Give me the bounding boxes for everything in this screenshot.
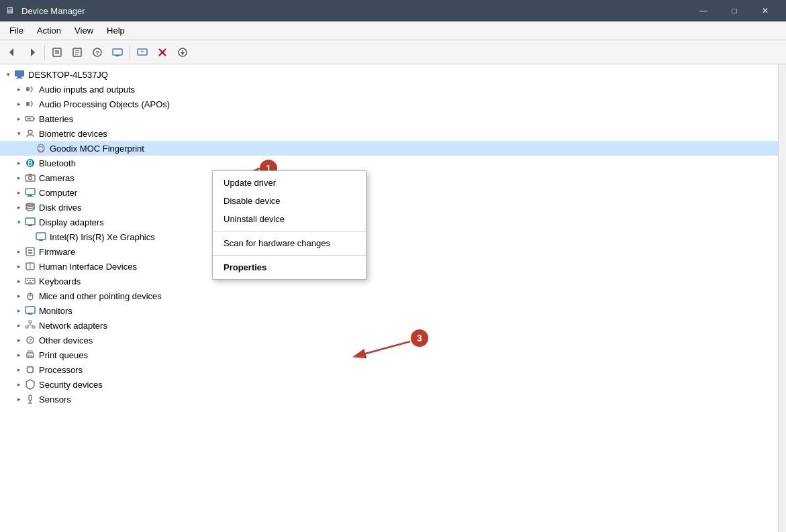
cameras-expander[interactable] [13, 172, 24, 183]
forward-button[interactable] [23, 43, 42, 62]
svg-marker-1 [31, 48, 35, 56]
menu-file[interactable]: File [3, 23, 30, 38]
svg-rect-21 [17, 76, 21, 78]
apo-icon [24, 99, 36, 109]
svg-rect-24 [26, 102, 30, 106]
svg-rect-44 [39, 240, 43, 241]
title-bar: 🖥 Device Manager — □ ✕ [0, 0, 786, 21]
intel-expander [24, 231, 35, 242]
back-button[interactable] [3, 43, 21, 62]
context-properties[interactable]: Properties [213, 258, 366, 276]
disk-label: Disk drives [39, 203, 82, 213]
tree-root[interactable]: DESKTOP-4L537JQ [0, 67, 778, 82]
tree-goodix[interactable]: Goodix MOC Fingerprint [0, 141, 778, 156]
context-uninstall-device[interactable]: Uninstall device [213, 210, 366, 228]
print-expander[interactable] [13, 350, 24, 360]
tree-network[interactable]: Network adapters [0, 318, 778, 333]
context-scan-hardware[interactable]: Scan for hardware changes [213, 234, 366, 252]
batteries-expander[interactable] [13, 113, 24, 124]
update-driver-button[interactable] [68, 43, 87, 62]
tree-sensors[interactable]: Sensors [0, 392, 778, 407]
tree-apo[interactable]: Audio Processing Objects (APOs) [0, 97, 778, 111]
hid-icon [24, 261, 36, 272]
menu-view[interactable]: View [68, 23, 100, 38]
add-button[interactable]: + [133, 43, 152, 62]
tree-diskdrives[interactable]: Disk drives [0, 200, 778, 215]
audio-icon [24, 84, 36, 95]
tree-processors[interactable]: Processors [0, 362, 778, 377]
download-button[interactable] [173, 43, 192, 62]
tree-computer[interactable]: Computer [0, 185, 778, 200]
tree-mice[interactable]: Mice and other pointing devices [0, 288, 778, 303]
display-icon [24, 217, 36, 227]
other-expander[interactable] [13, 335, 24, 345]
biometric-expander[interactable] [13, 128, 24, 139]
hid-label: Human Interface Devices [39, 262, 137, 272]
hid-expander[interactable] [13, 261, 24, 272]
tree-monitors[interactable]: Monitors [0, 303, 778, 318]
monitor-icon [24, 305, 36, 316]
help-button[interactable]: ? [88, 43, 107, 62]
svg-rect-42 [28, 225, 32, 226]
tree-bluetooth[interactable]: B Bluetooth [0, 156, 778, 170]
context-disable-device[interactable]: Disable device [213, 192, 366, 210]
display-expander[interactable] [13, 217, 24, 227]
toolbar-sep-2 [130, 45, 130, 60]
bluetooth-expander[interactable] [13, 158, 24, 168]
scrollbar[interactable] [778, 64, 786, 532]
tree-biometric[interactable]: Biometric devices [0, 126, 778, 141]
firmware-expander[interactable] [13, 246, 24, 257]
context-update-driver[interactable]: Update driver [213, 174, 366, 192]
svg-marker-19 [181, 52, 185, 55]
tree-other[interactable]: ? Other devices [0, 333, 778, 348]
apo-expander[interactable] [13, 99, 24, 109]
sensors-label: Sensors [39, 394, 71, 405]
menu-action[interactable]: Action [30, 23, 68, 38]
tree-cameras[interactable]: Cameras [0, 170, 778, 185]
monitors-label: Monitors [39, 306, 72, 316]
svg-text:?: ? [95, 50, 99, 56]
tree-batteries[interactable]: Batteries [0, 111, 778, 126]
svg-rect-43 [36, 233, 46, 240]
svg-line-64 [27, 325, 30, 326]
root-expander[interactable] [3, 69, 13, 80]
svg-rect-27 [27, 118, 31, 119]
sensors-expander[interactable] [13, 394, 24, 405]
svg-rect-41 [26, 218, 35, 225]
properties-button[interactable] [48, 43, 66, 62]
computer-expander[interactable] [13, 187, 24, 198]
svg-rect-59 [28, 313, 32, 315]
svg-rect-69 [28, 351, 32, 353]
tree-display[interactable]: Display adapters [0, 215, 778, 229]
close-button[interactable]: ✕ [750, 0, 781, 21]
tree-security[interactable]: Security devices [0, 377, 778, 392]
disk-expander[interactable] [13, 202, 24, 213]
security-expander[interactable] [13, 379, 24, 390]
tree-firmware[interactable]: Firmware [0, 244, 778, 259]
tree-panel[interactable]: DESKTOP-4L537JQ Audio inputs and outputs… [0, 64, 778, 532]
context-menu: Update driver Disable device Uninstall d… [212, 170, 366, 280]
remove-button[interactable] [153, 43, 172, 62]
minimize-button[interactable]: — [688, 0, 719, 21]
tree-keyboards[interactable]: Keyboards [0, 274, 778, 288]
cameras-label: Cameras [39, 173, 75, 183]
bluetooth-label: Bluetooth [39, 158, 76, 168]
processors-expander[interactable] [13, 364, 24, 375]
sensors-icon [24, 394, 36, 405]
monitors-expander[interactable] [13, 305, 24, 316]
tree-hid[interactable]: Human Interface Devices [0, 259, 778, 274]
svg-rect-80 [29, 395, 32, 401]
tree-print[interactable]: Print queues [0, 348, 778, 362]
mice-expander[interactable] [13, 290, 24, 301]
keyboards-expander[interactable] [13, 276, 24, 286]
maximize-button[interactable]: □ [719, 0, 750, 21]
audio-expander[interactable] [13, 84, 24, 95]
tree-audio[interactable]: Audio inputs and outputs [0, 82, 778, 97]
svg-rect-20 [15, 70, 24, 76]
other-label: Other devices [39, 335, 93, 345]
network-expander[interactable] [13, 320, 24, 331]
keyboards-label: Keyboards [39, 276, 81, 286]
device-manager-button[interactable] [108, 43, 127, 62]
tree-intel[interactable]: Intel(R) Iris(R) Xe Graphics [0, 229, 778, 244]
menu-help[interactable]: Help [100, 23, 132, 38]
